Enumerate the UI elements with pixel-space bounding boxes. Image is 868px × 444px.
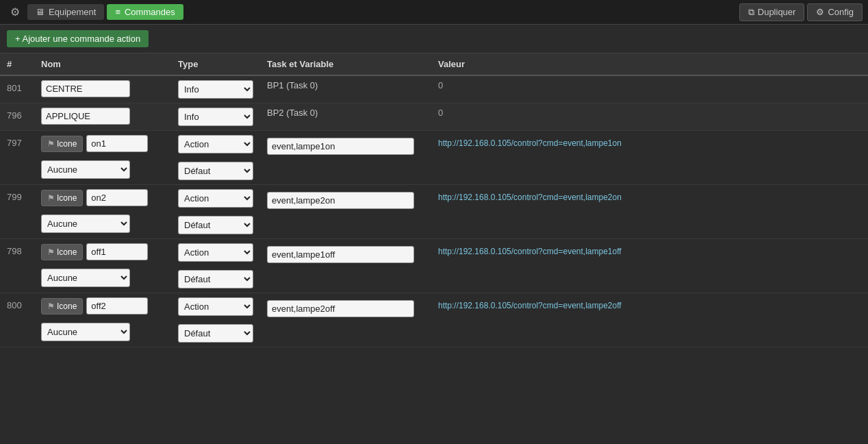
row-task-cell [260,131,431,185]
row-task-cell: BP1 (Task 0) [260,75,431,103]
name-input[interactable] [86,243,148,260]
icon-button[interactable]: ⚑ Icone [41,298,83,314]
col-id: # [0,53,34,75]
type-select[interactable]: Info Action Info [178,80,253,99]
tab-equipement[interactable]: 🖥 Equipement [27,4,104,20]
row-task-cell [260,293,431,347]
col-valeur: Valeur [431,53,868,75]
row-id: 796 [0,103,34,131]
row-id: 799 [0,185,34,239]
task-input[interactable] [267,138,414,155]
name-input[interactable] [86,189,148,206]
task-input[interactable] [267,192,414,209]
row-id: 798 [0,239,34,293]
table-row: 796 Info Action Info BP2 (Task 0) 0 [0,103,868,131]
col-type: Type [171,53,260,75]
name-input[interactable] [86,297,148,314]
dupliquer-button[interactable]: ⧉ Dupliquer [739,3,805,21]
defaut-select[interactable]: Défaut [178,270,253,288]
defaut-row: Défaut [178,270,253,288]
tab-commandes[interactable]: ≡ Commandes [107,4,183,20]
aucune-select[interactable]: Aucune [41,323,130,341]
equipement-icon: 🖥 [36,7,44,17]
name-row: ⚑ Icone [41,297,164,314]
icon-button[interactable]: ⚑ Icone [41,244,83,260]
type-row: Action Info [178,189,253,208]
add-command-button[interactable]: + Ajouter une commande action [7,30,149,47]
aucune-select[interactable]: Aucune [41,214,130,233]
name-input[interactable] [41,80,130,97]
value-url-text: http://192.168.0.105/control?cmd=event,l… [438,193,622,202]
type-select[interactable]: Action Info [178,297,253,316]
value-text: 0 [438,80,443,90]
row-task-cell [260,185,431,239]
value-url-text: http://192.168.0.105/control?cmd=event,l… [438,247,622,256]
config-button[interactable]: ⚙ Config [807,3,863,21]
defaut-select[interactable]: Défaut [178,324,253,343]
sub-select-row: Aucune [41,269,164,287]
name-input[interactable] [41,108,130,125]
icon-button[interactable]: ⚑ Icone [41,136,83,152]
col-task: Task et Variable [260,53,431,75]
row-name-cell: ⚑ Icone Aucune [34,239,171,293]
defaut-select[interactable]: Défaut [178,162,253,180]
commandes-icon: ≡ [115,7,120,17]
type-select[interactable]: Action Info [178,135,253,153]
table-row: 800 ⚑ Icone Aucune [0,293,868,347]
name-row: ⚑ Icone [41,135,164,152]
value-url-text: http://192.168.0.105/control?cmd=event,l… [438,301,622,310]
row-task-cell: BP2 (Task 0) [260,103,431,131]
name-row: ⚑ Icone [41,243,164,260]
aucune-select[interactable]: Aucune [41,269,130,287]
name-cell-group: ⚑ Icone Aucune [41,243,164,287]
top-nav: ⚙ 🖥 Equipement ≡ Commandes ⧉ Dupliquer ⚙… [0,0,868,25]
nav-right-buttons: ⧉ Dupliquer ⚙ Config [739,3,863,21]
config-icon: ⚙ [816,7,824,17]
type-select[interactable]: Action Info [178,189,253,208]
row-value-cell: 0 [431,75,868,103]
table-row: 797 ⚑ Icone Aucune [0,131,868,185]
table-header-row: # Nom Type Task et Variable Valeur [0,53,868,75]
row-name-cell: ⚑ Icone Aucune [34,293,171,347]
type-cell-group: Action Info Défaut [178,243,253,288]
col-nom: Nom [34,53,171,75]
flag-icon: ⚑ [47,193,55,203]
defaut-select[interactable]: Défaut [178,216,253,234]
row-type-cell: Action Info Défaut [171,185,260,239]
row-type-cell: Action Info Défaut [171,131,260,185]
task-text: BP2 (Task 0) [267,108,318,118]
task-input[interactable] [267,246,414,263]
row-type-cell: Info Action Info [171,75,260,103]
type-cell-group: Action Info Défaut [178,189,253,234]
type-select[interactable]: Action Info [178,243,253,262]
row-name-cell: ⚑ Icone Aucune [34,131,171,185]
task-input[interactable] [267,300,414,317]
defaut-row: Défaut [178,162,253,180]
icon-btn-label: Icone [57,193,77,203]
table-row: 799 ⚑ Icone Aucune [0,185,868,239]
icon-btn-label: Icone [57,247,77,257]
row-id: 797 [0,131,34,185]
name-input[interactable] [86,135,148,152]
app-icon: ⚙ [5,3,25,22]
type-row: Action Info [178,297,253,316]
type-select[interactable]: Info Action Info [178,108,253,126]
row-type-cell: Info Action Info [171,103,260,131]
icon-btn-label: Icone [57,139,77,149]
flag-icon: ⚑ [47,247,55,257]
task-text: BP1 (Task 0) [267,80,318,90]
icon-button[interactable]: ⚑ Icone [41,190,83,206]
aucune-select[interactable]: Aucune [41,160,130,179]
defaut-row: Défaut [178,324,253,343]
type-cell-group: Action Info Défaut [178,135,253,180]
sub-select-row: Aucune [41,323,164,341]
flag-icon: ⚑ [47,139,55,149]
row-name-cell: ⚑ Icone Aucune [34,185,171,239]
name-cell-group: ⚑ Icone Aucune [41,297,164,341]
commands-table-container: # Nom Type Task et Variable Valeur 801 I… [0,53,868,347]
name-cell-group: ⚑ Icone Aucune [41,135,164,179]
row-id: 800 [0,293,34,347]
type-row: Action Info [178,135,253,153]
row-name-cell [34,103,171,131]
value-text: 0 [438,108,443,118]
